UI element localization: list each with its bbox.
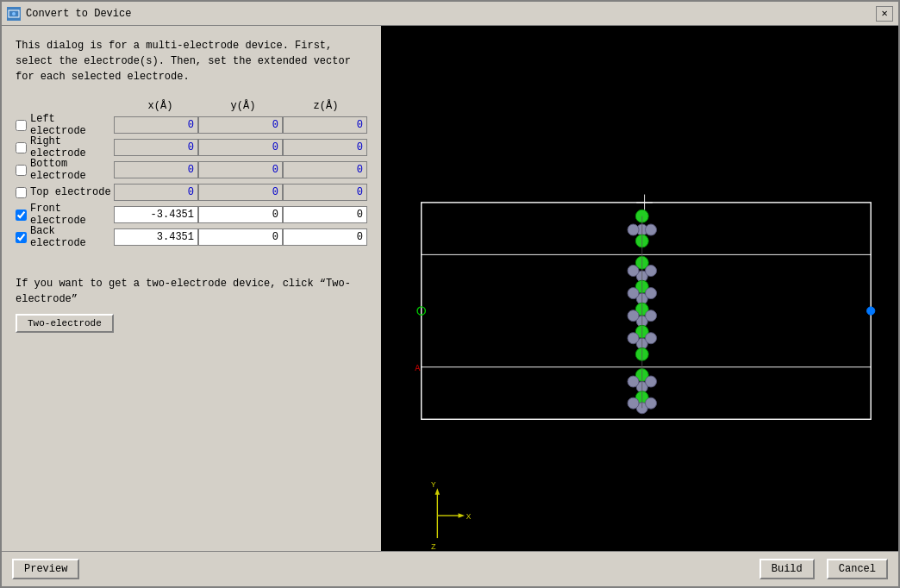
svg-point-22 [646, 288, 657, 299]
svg-point-36 [628, 376, 639, 387]
dialog-description: This dialog is for a multi-electrode dev… [16, 38, 367, 84]
front-electrode-checkbox[interactable] [16, 210, 27, 221]
top-electrode-checkbox[interactable] [16, 187, 27, 198]
svg-point-27 [628, 310, 639, 322]
title-bar: Convert to Device ✕ [2, 2, 898, 26]
front-electrode-z[interactable] [283, 206, 367, 223]
svg-point-14 [646, 224, 657, 235]
right-electrode-text: Right electrode [30, 135, 114, 160]
back-electrode-label: Back electrode [16, 225, 114, 249]
col-header-x: x(Å) [119, 100, 202, 112]
left-electrode-y [198, 116, 283, 134]
svg-point-1 [12, 12, 16, 16]
svg-point-31 [628, 333, 639, 344]
back-electrode-row: Back electrode [16, 228, 367, 247]
right-electrode-checkbox[interactable] [16, 142, 27, 153]
left-electrode-text: Left electrode [30, 113, 114, 137]
svg-point-15 [628, 224, 639, 235]
top-electrode-row: Top electrode [16, 183, 367, 202]
left-electrode-label: Left electrode [16, 113, 114, 137]
bottom-electrode-text: Bottom electrode [30, 158, 114, 182]
right-electrode-y [198, 139, 283, 156]
svg-point-18 [646, 265, 657, 276]
left-electrode-row: Left electrode [16, 116, 367, 134]
col-header-y: y(Å) [202, 100, 284, 112]
top-electrode-text: Top electrode [30, 186, 111, 198]
col-header-z: z(Å) [284, 100, 367, 112]
front-electrode-x[interactable] [114, 206, 198, 223]
back-electrode-text: Back electrode [30, 225, 114, 249]
left-panel: This dialog is for a multi-electrode dev… [2, 26, 381, 551]
right-electrode-x [114, 139, 198, 156]
right-electrode-z [283, 139, 367, 156]
bottom-electrode-y [198, 161, 283, 178]
back-electrode-z[interactable] [283, 228, 367, 246]
bottom-electrode-z [283, 161, 367, 178]
bottom-electrode-row: Bottom electrode [16, 160, 367, 179]
visualization-panel: A [381, 26, 898, 551]
left-electrode-x [114, 116, 198, 134]
content-area: This dialog is for a multi-electrode dev… [2, 26, 898, 551]
svg-text:X: X [466, 512, 472, 522]
front-electrode-text: Front electrode [30, 203, 114, 227]
preview-button[interactable]: Preview [12, 559, 79, 579]
window-title: Convert to Device [26, 8, 876, 20]
top-electrode-label: Top electrode [16, 186, 114, 198]
two-electrode-button[interactable]: Two-electrode [16, 314, 114, 333]
build-button[interactable]: Build [759, 559, 815, 579]
top-electrode-z [283, 184, 367, 201]
cancel-button[interactable]: Cancel [827, 559, 888, 579]
left-electrode-z [283, 116, 367, 134]
back-electrode-x[interactable] [114, 228, 198, 246]
top-electrode-x [114, 184, 198, 201]
two-electrode-note: If you want to get a two-electrode devic… [16, 276, 367, 307]
main-window: Convert to Device ✕ This dialog is for a… [0, 0, 900, 588]
electrode-table: x(Å) y(Å) z(Å) Left electrode [16, 100, 367, 250]
bottom-electrode-checkbox[interactable] [16, 165, 27, 176]
two-electrode-section: If you want to get a two-electrode devic… [16, 276, 367, 333]
bottom-electrode-label: Bottom electrode [16, 158, 114, 182]
svg-point-26 [646, 310, 657, 322]
left-electrode-checkbox[interactable] [16, 120, 27, 131]
right-electrode-row: Right electrode [16, 138, 367, 157]
table-header: x(Å) y(Å) z(Å) [119, 100, 367, 112]
bottom-bar: Preview Build Cancel [2, 551, 898, 586]
title-bar-icon [7, 7, 21, 21]
molecule-visualization: A [381, 26, 898, 551]
svg-point-39 [646, 397, 657, 409]
back-electrode-checkbox[interactable] [16, 232, 27, 243]
front-electrode-row: Front electrode [16, 205, 367, 224]
svg-point-35 [646, 376, 657, 387]
top-electrode-y [198, 184, 283, 201]
svg-point-7 [867, 307, 875, 315]
svg-point-23 [628, 288, 639, 299]
svg-text:A: A [415, 363, 421, 373]
back-electrode-y[interactable] [198, 228, 283, 246]
svg-point-30 [646, 333, 657, 344]
svg-point-40 [628, 397, 639, 409]
bottom-electrode-x [114, 161, 198, 178]
svg-point-19 [628, 265, 639, 276]
svg-text:Z: Z [431, 542, 436, 551]
front-electrode-y[interactable] [198, 206, 283, 223]
right-electrode-label: Right electrode [16, 135, 114, 160]
svg-text:Y: Y [431, 480, 436, 490]
close-button[interactable]: ✕ [876, 6, 893, 22]
front-electrode-label: Front electrode [16, 203, 114, 227]
